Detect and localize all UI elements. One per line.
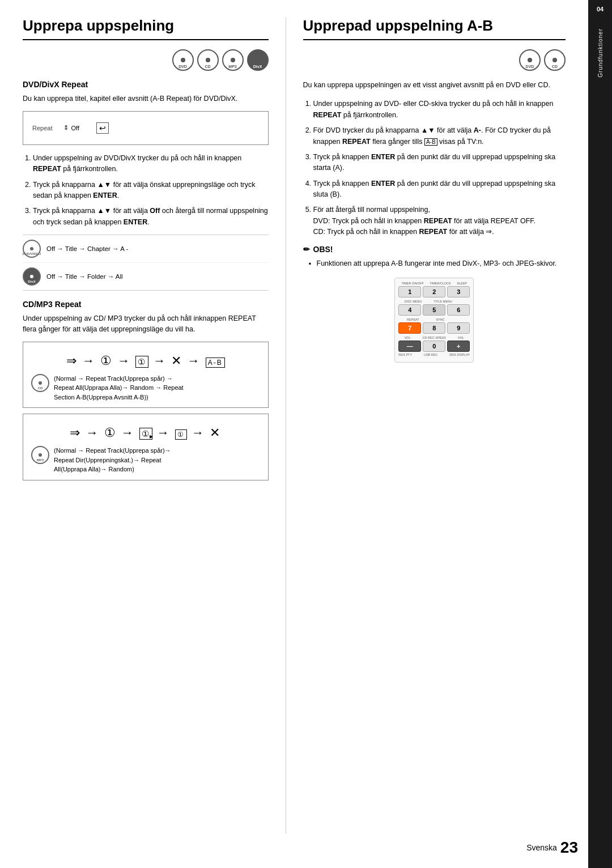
mp3-flow-icon: MP3: [31, 446, 49, 464]
dvd-subtitle: DVD/DivX Repeat: [23, 80, 269, 89]
repeat-box: Repeat ⇕ Off ↩: [23, 111, 269, 145]
flow-row-divx: DivX Off → Title → Folder → All: [23, 263, 269, 290]
right-section-title: Upprepad uppspelning A-B: [303, 17, 566, 40]
repeat-symbol-icon: ↩: [96, 122, 109, 134]
repeat-label: Repeat: [32, 125, 52, 131]
left-disc-icons: DVD CD MP3 DivX: [23, 49, 269, 71]
remote-row2: 4 5 6: [398, 304, 470, 316]
divx-disc-icon: DivX: [23, 267, 41, 286]
obs-item-1: Funktionen att upprepa A-B fungerar inte…: [309, 258, 566, 269]
repeat-flow-table: DVD/VIDEO Off → Title → Chapter → A - Di…: [23, 235, 269, 291]
main-content: Upprepa uppspelning DVD CD MP3 DivX DVD/…: [0, 0, 588, 868]
remote-container: TIMER ON/OFF TIMER/CLOCK SLEEP 1 2 3 DIS…: [303, 278, 566, 363]
cd-mode-text: (Normal → Repeat Track(Upprepa spår) → R…: [54, 374, 184, 402]
dvd-step-1: Under uppspelning av DVD/DivX trycker du…: [33, 153, 269, 175]
right-steps-list: Under uppspelning av DVD- eller CD-skiva…: [303, 99, 566, 237]
cd-flow-icon: CD: [31, 374, 49, 392]
right-disc-icons: DVD CD: [303, 49, 566, 71]
remote-row1: 1 2 3: [398, 286, 470, 297]
obs-list: Funktionen att upprepa A-B fungerar inte…: [303, 258, 566, 269]
remote-top-section: TIMER ON/OFF TIMER/CLOCK SLEEP 1 2 3: [398, 282, 470, 297]
right-step-5: För att återgå till normal uppspelning, …: [313, 205, 566, 237]
footer-language: Svenska: [526, 843, 557, 852]
flow-row-dvd: DVD/VIDEO Off → Title → Chapter → A -: [23, 235, 269, 263]
remote-mid-section: DISC MENU TITLE MENU 4 5 6: [398, 300, 470, 316]
cd-mode-box: ⇒ → ① → ① → ✕ → A-B CD (Normal → Repeat …: [23, 342, 269, 409]
right-step-1: Under uppspelning av DVD- eller CD-skiva…: [313, 99, 566, 121]
right-sidebar: 04 Grundfunktioner: [588, 0, 612, 868]
left-column: Upprepa uppspelning DVD CD MP3 DivX DVD/…: [23, 17, 286, 834]
remote-repeat-labels: REPEAT SYNC: [398, 318, 470, 321]
dvd-section: DVD/DivX Repeat Du kan upprepa titel, ka…: [23, 80, 269, 291]
cd-subtitle: CD/MP3 Repeat: [23, 300, 269, 309]
dvd-intro-text: Du kan upprepa titel, kapitel eller avsn…: [23, 93, 269, 104]
right-column: Upprepad uppspelning A-B DVD CD Du kan u…: [286, 17, 566, 834]
remote-row4: — 0 +: [398, 341, 470, 352]
right-step-2: För DVD trycker du på knapparna ▲▼ för a…: [313, 125, 566, 147]
cd-section: CD/MP3 Repeat Under uppspelning av CD/ M…: [23, 300, 269, 480]
remote-btn-minus[interactable]: —: [398, 341, 421, 352]
dvd-step-2: Tryck på knapparna ▲▼ för att välja önsk…: [33, 180, 269, 202]
divx-icon: DivX: [247, 49, 269, 71]
remote-btn-3[interactable]: 3: [447, 286, 470, 297]
remote-btn-9[interactable]: 9: [447, 322, 470, 334]
mp3-icon: MP3: [222, 49, 244, 71]
sidebar-chapter-num: 04: [597, 6, 604, 12]
remote-bottom-labels: RDS PTY USB REC RDS DISPLAY: [398, 353, 470, 356]
obs-title: ✏ OBS!: [303, 245, 566, 254]
dvd-step-3: Tryck på knapparna ▲▼ för att välja Off …: [33, 206, 269, 228]
arrow-updown-icon: ⇕: [63, 124, 69, 131]
footer-page-number: 23: [560, 839, 578, 857]
remote-btn-0[interactable]: 0: [423, 341, 445, 352]
remote-repeat-section: REPEAT SYNC 7 8 9: [398, 318, 470, 334]
sidebar-chapter-label: Grundfunktioner: [597, 28, 604, 78]
left-section-title: Upprepa uppspelning: [23, 17, 269, 40]
cd-intro-text: Under uppspelning av CD/ MP3 trycker du …: [23, 313, 269, 335]
remote-row3: 7 8 9: [398, 322, 470, 334]
flow-text-divx: Off → Title → Folder → All: [46, 273, 269, 280]
remote-mid-labels: DISC MENU TITLE MENU: [398, 300, 470, 303]
remote-top-labels: TIMER ON/OFF TIMER/CLOCK SLEEP: [398, 282, 470, 285]
remote-btn-5[interactable]: 5: [423, 304, 445, 316]
dvd-steps-list: Under uppspelning av DVD/DivX trycker du…: [23, 153, 269, 228]
remote-btn-2[interactable]: 2: [423, 286, 445, 297]
obs-section: ✏ OBS! Funktionen att upprepa A-B funger…: [303, 245, 566, 269]
remote-bot-section: VOL CD REC SPEED VOL — 0 + RDS PTY USB R…: [398, 336, 470, 356]
mp3-mode-diagram: ⇒ → ① → ①▶ → ① → ✕: [31, 426, 260, 440]
cd-icon: CD: [197, 49, 219, 71]
remote-btn-7[interactable]: 7: [398, 322, 421, 334]
remote-control: TIMER ON/OFF TIMER/CLOCK SLEEP 1 2 3 DIS…: [394, 278, 474, 363]
right-intro-text: Du kan upprepa uppspelningen av ett viss…: [303, 80, 566, 91]
page-footer: Svenska 23: [526, 839, 578, 857]
dvd-video-disc-icon: DVD/VIDEO: [23, 240, 41, 258]
right-dvd-icon: DVD: [519, 49, 541, 71]
right-cd-icon: CD: [544, 49, 566, 71]
right-step-4: Tryck på knappen ENTER på den punkt där …: [313, 178, 566, 201]
mp3-mode-box: ⇒ → ① → ①▶ → ① → ✕ MP3 (Normal → Repeat …: [23, 414, 269, 480]
mp3-mode-text: (Normal → Repeat Track(Upprepa spår)→ Re…: [54, 446, 171, 474]
cd-mode-diagram: ⇒ → ① → ① → ✕ → A-B: [31, 354, 260, 368]
repeat-value: ⇕ Off: [63, 124, 79, 131]
remote-vol-labels: VOL CD REC SPEED VOL: [398, 336, 470, 339]
page-container: 04 Grundfunktioner Upprepa uppspelning D…: [0, 0, 612, 868]
remote-btn-4[interactable]: 4: [398, 304, 421, 316]
pencil-icon: ✏: [303, 245, 310, 254]
remote-btn-plus[interactable]: +: [447, 341, 470, 352]
flow-text-dvd: Off → Title → Chapter → A -: [46, 245, 269, 252]
right-step-3: Tryck på knappen ENTER på den punkt där …: [313, 152, 566, 174]
remote-btn-8[interactable]: 8: [423, 322, 445, 334]
dvd-icon: DVD: [172, 49, 194, 71]
remote-btn-6[interactable]: 6: [447, 304, 470, 316]
remote-btn-1[interactable]: 1: [398, 286, 421, 297]
